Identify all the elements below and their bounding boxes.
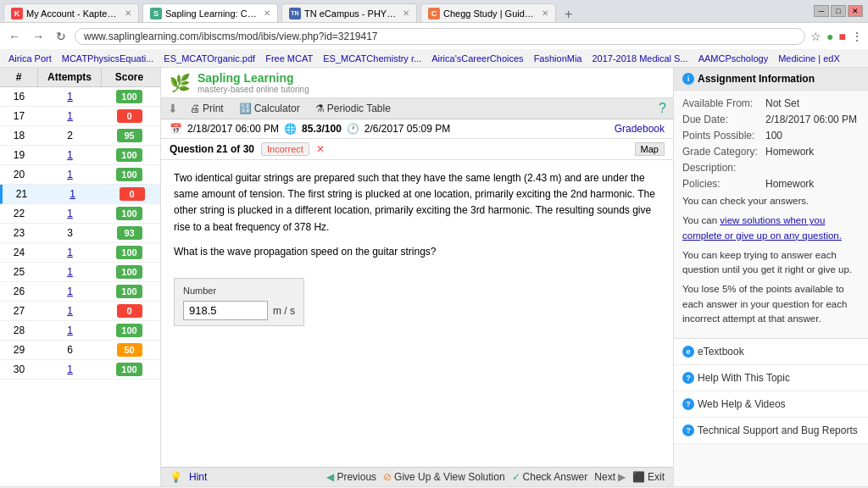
help-topic-row[interactable]: ? Help With This Topic — [674, 365, 868, 391]
row-attempts[interactable]: 1 — [41, 186, 104, 202]
attempts-link[interactable]: 1 — [67, 286, 73, 297]
back-button[interactable]: ← — [5, 28, 24, 45]
gradebook-link[interactable]: Gradebook — [615, 123, 665, 135]
bookmark-airica[interactable]: Airica Port — [5, 53, 55, 64]
bookmark-career[interactable]: Airica'sCareerChoices — [428, 53, 526, 64]
bookmark-medicine[interactable]: Medicine | edX — [775, 53, 843, 64]
calculator-button[interactable]: 🔢 Calculator — [236, 101, 303, 116]
reload-button[interactable]: ↻ — [53, 28, 70, 45]
row-attempts[interactable]: 1 — [38, 263, 102, 280]
row-attempts[interactable]: 1 — [38, 244, 102, 261]
sidebar-row[interactable]: 2110 — [0, 185, 160, 204]
attempts-link[interactable]: 1 — [67, 305, 73, 317]
etextbook-row[interactable]: e eTextbook — [674, 339, 868, 365]
tab-chegg[interactable]: C Chegg Study | Guided S... ✕ — [420, 3, 556, 22]
tab-sapling[interactable]: S Sapling Learning: Chan... ✕ — [142, 3, 278, 22]
sidebar-row[interactable]: 161100 — [0, 87, 160, 107]
row-attempts[interactable]: 1 — [38, 361, 102, 378]
hint-button[interactable]: Hint — [189, 471, 207, 483]
sidebar-row[interactable]: 251100 — [0, 263, 160, 282]
attempts-link[interactable]: 1 — [67, 266, 73, 278]
url-input[interactable] — [75, 28, 805, 45]
attempts-link[interactable]: 1 — [70, 188, 75, 200]
sidebar-row[interactable]: 261100 — [0, 282, 160, 302]
row-attempts[interactable]: 1 — [38, 166, 102, 183]
sidebar-row[interactable]: 201100 — [0, 165, 160, 185]
attempts-link[interactable]: 1 — [67, 169, 73, 180]
print-button[interactable]: 🖨 Print — [186, 101, 227, 116]
new-tab-button[interactable]: + — [559, 7, 577, 22]
web-help-row[interactable]: ? Web Help & Videos — [674, 391, 868, 418]
bookmark-free-mcat[interactable]: Free MCAT — [262, 53, 316, 64]
score-badge: 100 — [116, 246, 142, 259]
tab-kaptest[interactable]: K My Account - Kaptest.co... ✕ — [3, 3, 139, 22]
row-attempts[interactable]: 1 — [38, 322, 102, 339]
row-num: 24 — [0, 244, 38, 261]
attempts-link[interactable]: 1 — [67, 247, 73, 258]
attempts-link[interactable]: 1 — [67, 149, 73, 161]
attempts-link[interactable]: 1 — [67, 208, 73, 219]
bookmark-aamc[interactable]: AAMCPschology — [695, 53, 772, 64]
sidebar-row[interactable]: 1710 — [0, 107, 160, 126]
bookmark-mcat-organic[interactable]: ES_MCATOrganic.pdf — [160, 53, 259, 64]
view-solutions-link[interactable]: view solutions when you complete or give… — [682, 215, 842, 240]
sidebar-row[interactable]: 18295 — [0, 126, 160, 146]
row-attempts[interactable]: 1 — [38, 88, 102, 105]
tab-icon-chegg: C — [428, 8, 440, 19]
row-attempts[interactable]: 1 — [38, 283, 102, 300]
score-badge: 100 — [116, 90, 142, 103]
bookmark-mcat-physics[interactable]: MCATPhysicsEquati... — [58, 53, 158, 64]
exit-button[interactable]: ⬛ Exit — [632, 471, 665, 483]
tab-close-kaptest[interactable]: ✕ — [125, 8, 131, 18]
map-button[interactable]: Map — [635, 142, 665, 156]
answer-input[interactable] — [183, 301, 268, 320]
bookmark-mcat-chem[interactable]: ES_MCATChemistry r... — [320, 53, 425, 64]
attempts-link[interactable]: 1 — [67, 91, 73, 103]
periodic-table-button[interactable]: ⚗ Periodic Table — [312, 101, 394, 116]
tab-close-chegg[interactable]: ✕ — [542, 8, 548, 18]
check-answer-button[interactable]: ✓ Check Answer — [512, 471, 588, 483]
sidebar-row[interactable]: 221100 — [0, 204, 160, 224]
attempts-link[interactable]: 1 — [67, 363, 73, 375]
previous-button[interactable]: ◀ Previous — [326, 471, 376, 483]
maximize-button[interactable]: □ — [831, 5, 846, 17]
tab-close-sapling[interactable]: ✕ — [264, 8, 270, 18]
chrome-icon[interactable]: ● — [826, 30, 833, 43]
help-icon[interactable]: ? — [659, 101, 666, 115]
minimize-button[interactable]: ─ — [814, 5, 829, 17]
close-button[interactable]: ✕ — [848, 5, 863, 17]
menu-icon[interactable]: ⋮ — [851, 30, 863, 43]
sidebar-row[interactable]: 2710 — [0, 302, 160, 321]
sidebar-row[interactable]: 281100 — [0, 321, 160, 341]
bookmark-medical[interactable]: 2017-2018 Medical S... — [588, 53, 691, 64]
row-attempts[interactable]: 1 — [38, 302, 102, 319]
row-attempts[interactable]: 1 — [38, 108, 102, 125]
attempts-link[interactable]: 1 — [67, 110, 73, 122]
next-button[interactable]: Next ▶ — [594, 471, 626, 483]
give-up-button[interactable]: ⊘ Give Up & View Solution — [383, 471, 505, 483]
row-num: 27 — [0, 302, 38, 319]
tab-tn[interactable]: TN TN eCampus - PHYS 21... ✕ — [281, 3, 417, 22]
row-attempts[interactable]: 1 — [38, 147, 102, 164]
date2-text: 2/6/2017 05:09 PM — [364, 123, 450, 135]
sidebar-row[interactable]: 241100 — [0, 243, 160, 263]
tech-support-icon: ? — [682, 424, 694, 436]
bookmark-star-icon[interactable]: ☆ — [810, 30, 821, 43]
row-score: 100 — [102, 165, 157, 184]
sidebar-row[interactable]: 301100 — [0, 360, 160, 380]
row-attempts[interactable]: 1 — [38, 205, 102, 222]
attempts-link[interactable]: 1 — [67, 324, 73, 336]
forward-button[interactable]: → — [29, 28, 47, 45]
tab-icon-kaptest: K — [11, 8, 23, 19]
row-num: 16 — [0, 88, 38, 105]
row-score: 100 — [102, 321, 157, 340]
tech-support-row[interactable]: ? Technical Support and Bug Reports — [674, 418, 868, 444]
print-icon: 🖨 — [190, 103, 200, 114]
tab-close-tn[interactable]: ✕ — [403, 8, 409, 18]
sidebar-row[interactable]: 191100 — [0, 146, 160, 165]
sidebar-row[interactable]: 23393 — [0, 224, 160, 243]
sidebar-row[interactable]: 29650 — [0, 341, 160, 360]
browser-actions: ☆ ● ■ ⋮ — [810, 30, 863, 43]
bookmark-fashion[interactable]: FashionMia — [531, 53, 586, 64]
extension-icon[interactable]: ■ — [839, 30, 846, 43]
